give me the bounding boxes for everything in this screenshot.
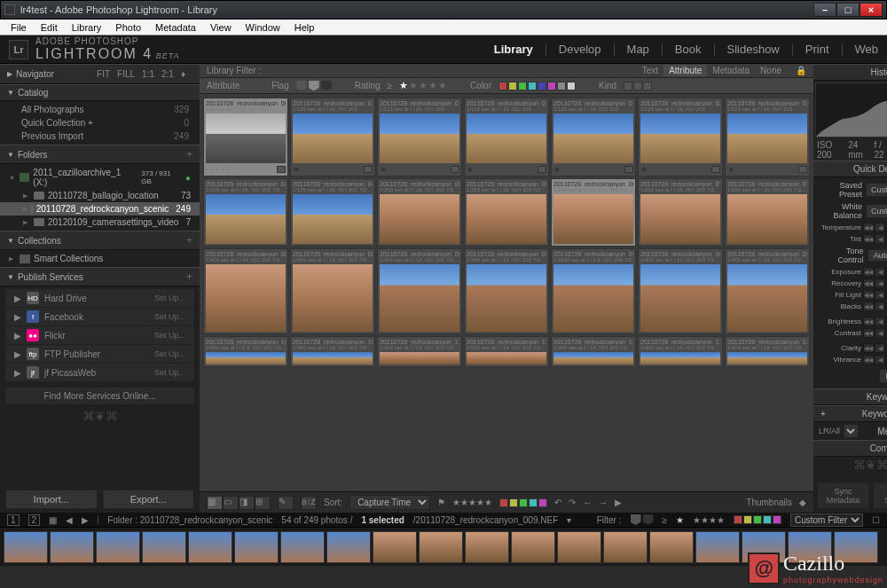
filmstrip-thumb[interactable] <box>326 531 371 563</box>
navigator-header[interactable]: ▶Navigator FITFILL1:12:1♦ <box>0 64 200 84</box>
slider-brightness[interactable]: Brightness◀◀◀▶▶▶ <box>813 316 887 327</box>
filmstrip-thumb[interactable] <box>465 531 509 563</box>
wb-select[interactable]: Custom <box>866 204 887 218</box>
grid-cell[interactable]: 20110728_redrockcanyon_096...1/1600 sec … <box>551 248 636 334</box>
grid-cell[interactable]: 20110728_redrockcanyon_049...1/125 sec a… <box>290 178 375 247</box>
forward-icon[interactable]: ▶ <box>82 515 89 525</box>
grid-cell[interactable]: 20110728_redrockcanyon_116...1/400 sec a… <box>551 336 636 367</box>
module-book[interactable]: Book <box>675 43 702 56</box>
folder-item[interactable]: ▶20110728_redrockcanyon_scenic249 <box>0 202 200 216</box>
histogram-header[interactable]: Histogram▼ <box>813 64 887 81</box>
catalog-item[interactable]: Previous Import249 <box>0 129 200 143</box>
thumbnail-grid[interactable]: 20110728_redrockcanyon_009...1/60 sec at… <box>200 94 813 491</box>
module-print[interactable]: Print <box>805 43 829 56</box>
filmstrip-thumb[interactable] <box>188 531 232 563</box>
grid-cell[interactable]: 20110728_redrockcanyon_076...1/250 sec a… <box>725 178 810 247</box>
filmstrip-thumb[interactable] <box>373 531 417 563</box>
filmstrip-thumb[interactable] <box>511 531 555 563</box>
sort-direction-icon[interactable]: a↕z <box>301 496 317 510</box>
grid-cell[interactable]: 20110728_redrockcanyon_098...1/400 sec a… <box>638 248 723 334</box>
filmstrip-colors[interactable] <box>734 515 781 524</box>
toolbar-rating[interactable]: ★★★★★ <box>452 498 492 507</box>
filmstrip-thumb[interactable] <box>419 531 463 563</box>
filmstrip-thumb[interactable] <box>557 531 601 563</box>
module-library[interactable]: Library <box>494 43 533 56</box>
menu-window[interactable]: Window <box>239 20 287 35</box>
rating-op[interactable]: ≥ <box>388 81 393 90</box>
menu-edit[interactable]: Edit <box>34 20 65 35</box>
filmstrip-thumb[interactable] <box>280 531 325 563</box>
filmstrip-thumb[interactable] <box>603 531 648 563</box>
module-slideshow[interactable]: Slideshow <box>727 43 780 56</box>
comments-header[interactable]: Comments◀ <box>813 440 887 457</box>
module-develop[interactable]: Develop <box>559 43 601 56</box>
grid-cell[interactable]: 20110728_redrockcanyon_109...1/400 sec a… <box>290 336 375 367</box>
metadata-preset[interactable] <box>844 424 859 438</box>
close-button[interactable]: × <box>860 3 883 17</box>
module-web[interactable]: Web <box>855 43 879 56</box>
grid-cell[interactable]: 20110728_redrockcanyon_013...1/125 sec a… <box>377 98 462 176</box>
grid-cell[interactable]: 20110728_redrockcanyon_112...1/400 sec a… <box>377 336 462 367</box>
metadata-header[interactable]: Metadata◀ <box>877 427 887 436</box>
filmstrip-thumb[interactable] <box>142 531 186 563</box>
grid-cell[interactable]: 20110728_redrockcanyon_056...1/250 sec a… <box>464 178 549 247</box>
filter-tab-attribute[interactable]: Attribute <box>663 65 707 76</box>
toolbar-colors[interactable] <box>499 498 547 507</box>
kind-filters[interactable] <box>624 82 652 90</box>
grid-cell[interactable]: 20110728_redrockcanyon_113...1/500 sec a… <box>464 336 549 367</box>
grid-cell[interactable]: 20110728_redrockcanyon_060...1/250 sec a… <box>551 178 636 247</box>
publish-service[interactable]: ▶●●FlickrSet Up... <box>5 326 194 344</box>
auto-tone-button[interactable]: Auto Tone <box>867 249 887 262</box>
thumbnail-size-slider[interactable]: ◆ <box>799 498 806 507</box>
slider-contrast[interactable]: Contrast◀◀◀▶▶▶ <box>813 327 887 339</box>
custom-filter-select[interactable]: Custom Filter <box>790 514 863 527</box>
export-button[interactable]: Export... <box>103 490 195 509</box>
minimize-button[interactable]: – <box>813 3 836 17</box>
painter-icon[interactable]: ✎ <box>278 496 294 510</box>
slider-recovery[interactable]: Recovery◀◀◀▶▶▶ <box>813 278 887 289</box>
next-icon[interactable]: → <box>599 498 608 507</box>
rotate-left-icon[interactable]: ↶ <box>554 498 561 507</box>
slider-tint[interactable]: Tint◀◀◀▶▶▶ <box>813 233 887 245</box>
grid-cell[interactable]: 20110728_redrockcanyon_103...1/400 sec a… <box>203 336 288 367</box>
grid-cell[interactable]: 20110728_redrockcanyon_022...1/125 sec a… <box>638 98 723 176</box>
menu-file[interactable]: File <box>4 20 34 35</box>
grid-cell[interactable]: 20110728_redrockcanyon_082...1/400 sec a… <box>203 248 288 334</box>
filter-tab-none[interactable]: None <box>755 65 787 76</box>
filmstrip-thumb[interactable] <box>96 531 140 563</box>
grid-cell[interactable]: 20110728_redrockcanyon_099...1/400 sec a… <box>725 248 810 334</box>
menu-view[interactable]: View <box>203 20 239 35</box>
menu-photo[interactable]: Photo <box>108 20 148 35</box>
menu-metadata[interactable]: Metadata <box>148 20 203 35</box>
preset-select[interactable]: Custom <box>866 183 887 197</box>
publish-service[interactable]: ▶HDHard DriveSet Up... <box>5 289 194 307</box>
module-map[interactable]: Map <box>627 43 649 56</box>
flag-filters[interactable] <box>296 81 332 91</box>
grid-cell[interactable]: 20110728_redrockcanyon_050...1/250 sec a… <box>377 178 462 247</box>
grid-cell[interactable]: 20110728_redrockcanyon_118...1/400 sec a… <box>638 336 723 367</box>
publish-service[interactable]: ▶ftpFTP PublisherSet Up... <box>5 345 194 363</box>
grid-cell[interactable]: 20110728_redrockcanyon_011...1/125 sec a… <box>290 98 375 176</box>
quickdevelop-header[interactable]: Quick Develop▼ <box>813 161 887 177</box>
grid-cell[interactable]: 20110728_redrockcanyon_091...1/400 sec a… <box>377 248 462 334</box>
grid-cell[interactable]: 20110728_redrockcanyon_085...1/400 sec a… <box>290 248 375 334</box>
keywordlist-header[interactable]: +Keyword List◀ <box>813 405 887 422</box>
grid-cell[interactable]: 20110728_redrockcanyon_019...1/125 sec a… <box>551 98 636 176</box>
play-icon[interactable]: ▶ <box>615 498 622 507</box>
folder-drive[interactable]: ▼2011_cazilloarchive_1 (X:)373 / 931 GB● <box>0 166 200 189</box>
prev-icon[interactable]: ← <box>583 498 592 507</box>
grid-cell[interactable]: 20110728_redrockcanyon_070...1/250 sec a… <box>638 178 723 247</box>
monitor-2-icon[interactable]: 2 <box>28 514 41 526</box>
filmstrip-thumb[interactable] <box>695 531 740 563</box>
filmstrip-thumb[interactable] <box>50 531 94 563</box>
filmstrip-thumb[interactable] <box>4 531 48 563</box>
menu-help[interactable]: Help <box>287 20 322 35</box>
slider-fill-light[interactable]: Fill Light◀◀◀▶▶▶ <box>813 289 887 301</box>
rotate-right-icon[interactable]: ↷ <box>569 498 576 507</box>
slider-blacks[interactable]: Blacks◀◀◀▶▶▶ <box>813 301 887 312</box>
toolbar-flag-icon[interactable]: ⚑ <box>437 498 445 507</box>
folder-item[interactable]: ▶20120109_camerasettings_video7 <box>0 216 200 229</box>
filmstrip-thumb[interactable] <box>649 531 694 563</box>
grid-cell[interactable]: 20110728_redrockcanyon_121...1/400 sec a… <box>725 336 810 367</box>
menu-library[interactable]: Library <box>65 20 109 35</box>
